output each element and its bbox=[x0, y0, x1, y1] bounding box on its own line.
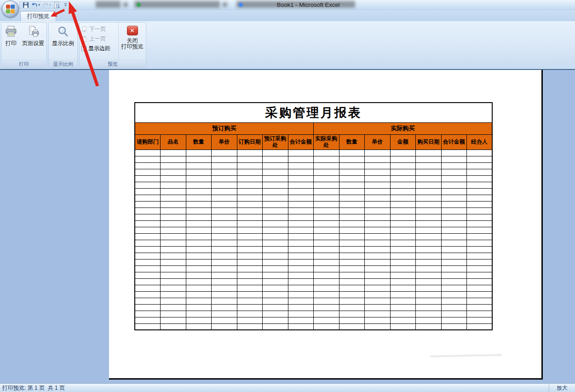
empty-cell bbox=[288, 201, 314, 208]
empty-cell bbox=[263, 265, 288, 272]
empty-cell bbox=[365, 323, 391, 330]
empty-cell bbox=[441, 323, 467, 330]
empty-cell bbox=[263, 285, 288, 291]
tab-print-preview[interactable]: 打印预览 bbox=[20, 11, 56, 21]
column-header-cell: 合计金额 bbox=[288, 134, 314, 150]
empty-cell bbox=[212, 233, 237, 240]
empty-cell bbox=[467, 156, 493, 162]
empty-cell bbox=[314, 259, 339, 265]
empty-cell bbox=[135, 156, 161, 162]
empty-data-row bbox=[135, 304, 492, 311]
empty-cell bbox=[186, 291, 212, 298]
empty-cell bbox=[441, 311, 467, 317]
empty-cell bbox=[314, 278, 339, 285]
empty-data-row bbox=[135, 285, 492, 291]
empty-cell bbox=[314, 317, 339, 323]
empty-cell bbox=[314, 240, 339, 246]
status-zoom-button[interactable]: 放大 bbox=[549, 384, 575, 392]
previous-page-button[interactable]: 上一页 bbox=[81, 35, 118, 43]
empty-cell bbox=[212, 240, 237, 246]
show-margins-checkbox[interactable]: 显示边距 bbox=[81, 45, 118, 52]
empty-data-row bbox=[135, 195, 492, 201]
empty-cell bbox=[237, 188, 263, 195]
empty-cell bbox=[186, 169, 212, 175]
empty-cell bbox=[237, 162, 263, 169]
office-button[interactable] bbox=[2, 0, 19, 17]
empty-cell bbox=[263, 259, 288, 265]
empty-cell bbox=[161, 175, 186, 182]
empty-cell bbox=[365, 162, 391, 169]
empty-cell bbox=[161, 304, 186, 311]
redo-dropdown-caret[interactable]: ▾ bbox=[49, 1, 51, 9]
empty-cell bbox=[314, 227, 339, 233]
empty-cell bbox=[365, 156, 391, 162]
empty-cell bbox=[135, 323, 161, 330]
empty-cell bbox=[135, 162, 161, 169]
empty-cell bbox=[161, 214, 186, 220]
empty-cell bbox=[135, 278, 161, 285]
empty-cell bbox=[390, 265, 416, 272]
empty-cell bbox=[186, 201, 212, 208]
next-page-button[interactable]: 下一页 bbox=[81, 25, 118, 33]
customize-quick-access-button[interactable]: ▾ bbox=[64, 3, 67, 7]
blue-dot-icon bbox=[239, 3, 243, 7]
excel-window: ▾ ▾ ▾ bbox=[0, 0, 575, 392]
print-preview-area[interactable]: 采购管理月报表预订购买实际购买请购部门品名数量单价订购日期预订采购处合计金额实际… bbox=[0, 70, 575, 383]
save-button[interactable] bbox=[22, 1, 29, 9]
empty-cell bbox=[314, 188, 339, 195]
print-preview-quick-button[interactable] bbox=[53, 1, 61, 9]
empty-data-row bbox=[135, 278, 492, 285]
print-button-label: 打印 bbox=[6, 40, 17, 46]
empty-cell bbox=[467, 291, 493, 298]
undo-dropdown-caret[interactable]: ▾ bbox=[38, 1, 40, 9]
empty-cell bbox=[237, 298, 263, 304]
empty-cell bbox=[339, 240, 365, 246]
empty-cell bbox=[263, 188, 288, 195]
empty-cell bbox=[186, 317, 212, 323]
empty-cell bbox=[263, 278, 288, 285]
print-button[interactable]: 打印 bbox=[1, 23, 21, 60]
empty-cell bbox=[390, 253, 416, 259]
empty-cell bbox=[288, 188, 314, 195]
redo-button[interactable]: ▾ bbox=[42, 1, 52, 9]
empty-cell bbox=[339, 195, 365, 201]
empty-cell bbox=[390, 201, 416, 208]
column-header-cell: 数量 bbox=[339, 134, 365, 150]
empty-cell bbox=[339, 291, 365, 298]
empty-cell bbox=[237, 227, 263, 233]
empty-cell bbox=[135, 220, 161, 227]
empty-cell bbox=[390, 220, 416, 227]
empty-cell bbox=[441, 317, 467, 323]
empty-cell bbox=[237, 304, 263, 311]
empty-cell bbox=[186, 298, 212, 304]
page-setup-button[interactable]: 页面设置 bbox=[21, 23, 46, 60]
empty-cell bbox=[339, 227, 365, 233]
table-title: 采购管理月报表 bbox=[135, 103, 492, 122]
close-print-preview-button[interactable]: ✕ 关闭 打印预览 bbox=[118, 23, 146, 60]
empty-cell bbox=[237, 285, 263, 291]
empty-cell bbox=[186, 195, 212, 201]
redacted-close-placeholder bbox=[223, 2, 227, 7]
undo-button[interactable]: ▾ bbox=[31, 1, 40, 9]
green-dot-icon bbox=[137, 3, 141, 7]
empty-cell bbox=[467, 253, 493, 259]
empty-cell bbox=[288, 317, 314, 323]
empty-cell bbox=[288, 162, 314, 169]
zoom-button[interactable]: 显示比例 bbox=[50, 23, 76, 60]
empty-cell bbox=[365, 169, 391, 175]
empty-cell bbox=[161, 188, 186, 195]
empty-cell bbox=[212, 278, 237, 285]
empty-cell bbox=[467, 240, 493, 246]
empty-data-row bbox=[135, 188, 492, 195]
group-label-zoom: 显示比例 bbox=[49, 60, 77, 68]
empty-cell bbox=[467, 304, 493, 311]
empty-cell bbox=[186, 265, 212, 272]
empty-cell bbox=[237, 214, 263, 220]
empty-cell bbox=[467, 182, 493, 188]
empty-cell bbox=[237, 220, 263, 227]
previous-page-label: 上一页 bbox=[89, 35, 106, 43]
save-icon bbox=[23, 2, 29, 8]
empty-data-row bbox=[135, 253, 492, 259]
ribbon-group-zoom: 显示比例 显示比例 bbox=[48, 22, 78, 68]
previous-page-icon bbox=[81, 36, 87, 42]
